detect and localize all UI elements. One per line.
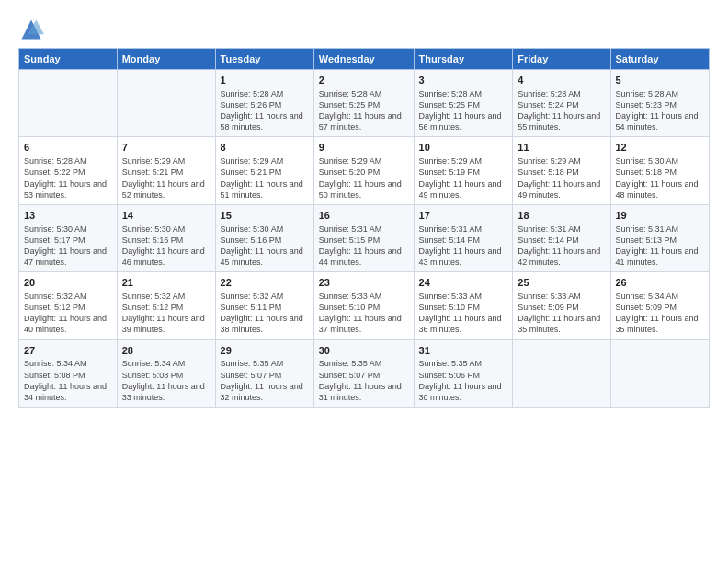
day-info: Sunrise: 5:29 AM Sunset: 5:18 PM Dayligh… [518, 155, 605, 201]
day-number: 30 [319, 344, 409, 358]
calendar-cell: 19Sunrise: 5:31 AM Sunset: 5:13 PM Dayli… [610, 204, 710, 271]
calendar-cell [610, 339, 710, 407]
header [18, 17, 710, 42]
calendar-table: SundayMondayTuesdayWednesdayThursdayFrid… [18, 48, 710, 408]
day-number: 25 [518, 276, 605, 290]
day-number: 28 [122, 344, 210, 358]
calendar-cell: 25Sunrise: 5:33 AM Sunset: 5:09 PM Dayli… [513, 272, 610, 339]
day-number: 22 [221, 276, 309, 290]
calendar-cell: 11Sunrise: 5:29 AM Sunset: 5:18 PM Dayli… [513, 137, 610, 204]
weekday-header: Sunday [19, 49, 118, 70]
calendar-cell: 1Sunrise: 5:28 AM Sunset: 5:26 PM Daylig… [215, 70, 313, 137]
day-number: 27 [24, 344, 112, 358]
calendar-cell: 29Sunrise: 5:35 AM Sunset: 5:07 PM Dayli… [215, 339, 313, 407]
day-number: 9 [319, 141, 409, 155]
day-info: Sunrise: 5:35 AM Sunset: 5:06 PM Dayligh… [419, 358, 508, 403]
calendar-cell [19, 70, 118, 137]
day-info: Sunrise: 5:30 AM Sunset: 5:16 PM Dayligh… [122, 224, 210, 269]
day-info: Sunrise: 5:33 AM Sunset: 5:10 PM Dayligh… [319, 291, 409, 336]
calendar-cell: 28Sunrise: 5:34 AM Sunset: 5:08 PM Dayli… [117, 339, 215, 407]
calendar-cell: 8Sunrise: 5:29 AM Sunset: 5:21 PM Daylig… [215, 137, 313, 204]
weekday-header: Tuesday [215, 49, 313, 70]
calendar-week-row: 1Sunrise: 5:28 AM Sunset: 5:26 PM Daylig… [19, 70, 710, 137]
day-number: 19 [616, 209, 705, 223]
calendar-cell: 12Sunrise: 5:30 AM Sunset: 5:18 PM Dayli… [610, 137, 710, 204]
day-info: Sunrise: 5:28 AM Sunset: 5:24 PM Dayligh… [518, 88, 605, 133]
calendar-cell: 15Sunrise: 5:30 AM Sunset: 5:16 PM Dayli… [215, 204, 313, 271]
calendar-cell: 7Sunrise: 5:29 AM Sunset: 5:21 PM Daylig… [117, 137, 215, 204]
calendar-cell: 20Sunrise: 5:32 AM Sunset: 5:12 PM Dayli… [19, 272, 118, 339]
day-number: 7 [122, 141, 210, 155]
calendar-cell: 16Sunrise: 5:31 AM Sunset: 5:15 PM Dayli… [313, 204, 414, 271]
day-info: Sunrise: 5:29 AM Sunset: 5:20 PM Dayligh… [319, 155, 409, 201]
logo [18, 17, 48, 42]
day-info: Sunrise: 5:32 AM Sunset: 5:12 PM Dayligh… [122, 291, 210, 336]
day-info: Sunrise: 5:28 AM Sunset: 5:23 PM Dayligh… [616, 88, 705, 133]
day-info: Sunrise: 5:30 AM Sunset: 5:18 PM Dayligh… [616, 155, 705, 201]
calendar-cell: 14Sunrise: 5:30 AM Sunset: 5:16 PM Dayli… [117, 204, 215, 271]
calendar-cell: 9Sunrise: 5:29 AM Sunset: 5:20 PM Daylig… [313, 137, 414, 204]
calendar-cell: 26Sunrise: 5:34 AM Sunset: 5:09 PM Dayli… [610, 272, 710, 339]
calendar-cell: 4Sunrise: 5:28 AM Sunset: 5:24 PM Daylig… [513, 70, 610, 137]
day-number: 31 [419, 344, 508, 358]
day-number: 6 [24, 141, 112, 155]
day-number: 13 [24, 209, 112, 223]
day-info: Sunrise: 5:30 AM Sunset: 5:16 PM Dayligh… [221, 224, 309, 269]
day-number: 18 [518, 209, 605, 223]
day-info: Sunrise: 5:31 AM Sunset: 5:14 PM Dayligh… [419, 224, 508, 269]
day-info: Sunrise: 5:35 AM Sunset: 5:07 PM Dayligh… [319, 358, 409, 403]
day-number: 21 [122, 276, 210, 290]
calendar-cell: 31Sunrise: 5:35 AM Sunset: 5:06 PM Dayli… [414, 339, 513, 407]
day-info: Sunrise: 5:28 AM Sunset: 5:25 PM Dayligh… [319, 88, 409, 133]
day-number: 12 [616, 141, 705, 155]
day-info: Sunrise: 5:32 AM Sunset: 5:11 PM Dayligh… [221, 291, 309, 336]
day-number: 3 [419, 74, 508, 87]
day-number: 29 [221, 344, 309, 358]
calendar-cell: 13Sunrise: 5:30 AM Sunset: 5:17 PM Dayli… [19, 204, 118, 271]
day-info: Sunrise: 5:28 AM Sunset: 5:26 PM Dayligh… [221, 88, 309, 133]
calendar-week-row: 20Sunrise: 5:32 AM Sunset: 5:12 PM Dayli… [19, 272, 710, 339]
day-number: 17 [419, 209, 508, 223]
day-info: Sunrise: 5:34 AM Sunset: 5:08 PM Dayligh… [122, 358, 210, 403]
day-number: 26 [616, 276, 705, 290]
day-number: 24 [419, 276, 508, 290]
day-info: Sunrise: 5:35 AM Sunset: 5:07 PM Dayligh… [221, 358, 309, 403]
weekday-header: Friday [513, 49, 610, 70]
day-info: Sunrise: 5:33 AM Sunset: 5:10 PM Dayligh… [419, 291, 508, 336]
day-number: 10 [419, 141, 508, 155]
weekday-header: Monday [117, 49, 215, 70]
weekday-header: Wednesday [313, 49, 414, 70]
calendar-cell: 17Sunrise: 5:31 AM Sunset: 5:14 PM Dayli… [414, 204, 513, 271]
calendar-cell [513, 339, 610, 407]
calendar-week-row: 27Sunrise: 5:34 AM Sunset: 5:08 PM Dayli… [19, 339, 710, 407]
calendar-cell: 30Sunrise: 5:35 AM Sunset: 5:07 PM Dayli… [313, 339, 414, 407]
calendar-header-row: SundayMondayTuesdayWednesdayThursdayFrid… [19, 49, 710, 70]
calendar-cell: 21Sunrise: 5:32 AM Sunset: 5:12 PM Dayli… [117, 272, 215, 339]
calendar-cell [117, 70, 215, 137]
day-info: Sunrise: 5:30 AM Sunset: 5:17 PM Dayligh… [24, 224, 112, 269]
day-number: 16 [319, 209, 409, 223]
calendar-cell: 22Sunrise: 5:32 AM Sunset: 5:11 PM Dayli… [215, 272, 313, 339]
day-number: 8 [221, 141, 309, 155]
calendar-cell: 24Sunrise: 5:33 AM Sunset: 5:10 PM Dayli… [414, 272, 513, 339]
day-info: Sunrise: 5:28 AM Sunset: 5:22 PM Dayligh… [24, 155, 112, 201]
day-number: 23 [319, 276, 409, 290]
calendar-cell: 6Sunrise: 5:28 AM Sunset: 5:22 PM Daylig… [19, 137, 118, 204]
calendar-cell: 10Sunrise: 5:29 AM Sunset: 5:19 PM Dayli… [414, 137, 513, 204]
day-number: 15 [221, 209, 309, 223]
day-info: Sunrise: 5:31 AM Sunset: 5:15 PM Dayligh… [319, 224, 409, 269]
day-info: Sunrise: 5:29 AM Sunset: 5:19 PM Dayligh… [419, 155, 508, 201]
day-number: 2 [319, 74, 409, 87]
day-info: Sunrise: 5:34 AM Sunset: 5:09 PM Dayligh… [616, 291, 705, 336]
calendar-cell: 3Sunrise: 5:28 AM Sunset: 5:25 PM Daylig… [414, 70, 513, 137]
day-number: 4 [518, 74, 605, 87]
day-number: 20 [24, 276, 112, 290]
day-number: 11 [518, 141, 605, 155]
calendar-cell: 27Sunrise: 5:34 AM Sunset: 5:08 PM Dayli… [19, 339, 118, 407]
weekday-header: Thursday [414, 49, 513, 70]
day-info: Sunrise: 5:34 AM Sunset: 5:08 PM Dayligh… [24, 358, 112, 403]
calendar-cell: 18Sunrise: 5:31 AM Sunset: 5:14 PM Dayli… [513, 204, 610, 271]
day-number: 1 [221, 74, 309, 87]
weekday-header: Saturday [610, 49, 710, 70]
day-info: Sunrise: 5:29 AM Sunset: 5:21 PM Dayligh… [221, 155, 309, 201]
